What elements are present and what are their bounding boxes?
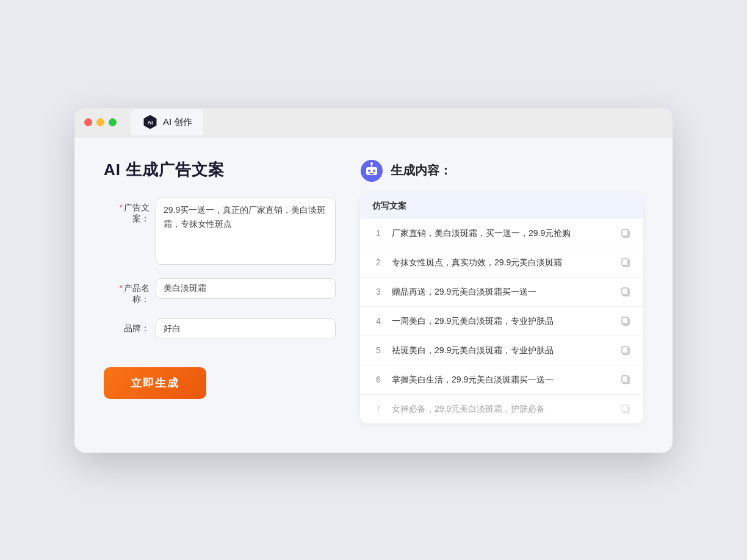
browser-window: AI AI 创作 AI 生成广告文案 *广告文案： *产品名称： (74, 108, 673, 453)
svg-point-7 (370, 162, 373, 165)
left-panel: AI 生成广告文案 *广告文案： *产品名称： 品牌： (104, 159, 336, 423)
row-text-4: 一周美白，29.9元美白淡斑霜，专业护肤品 (392, 315, 613, 328)
page-title: AI 生成广告文案 (104, 159, 336, 181)
required-star-2: * (120, 283, 123, 293)
traffic-lights (84, 118, 117, 126)
copy-icon-4[interactable] (620, 315, 631, 326)
maximize-button[interactable] (109, 118, 117, 126)
product-name-input[interactable] (156, 278, 336, 299)
copy-icon-5[interactable] (620, 345, 631, 356)
product-name-label: *产品名称： (104, 278, 156, 305)
required-star: * (120, 203, 123, 212)
right-title: 生成内容： (391, 162, 452, 179)
product-name-row: *产品名称： (104, 278, 336, 305)
brand-label: 品牌： (104, 318, 156, 334)
svg-rect-12 (622, 259, 628, 265)
svg-rect-20 (622, 376, 628, 382)
row-num-2: 2 (372, 257, 384, 267)
row-text-1: 厂家直销，美白淡斑霜，买一送一，29.9元抢购 (392, 227, 613, 240)
row-num-4: 4 (372, 316, 384, 326)
row-num-5: 5 (372, 345, 384, 355)
result-row-1: 1 厂家直销，美白淡斑霜，买一送一，29.9元抢购 (360, 219, 643, 248)
results-table: 仿写文案 1 厂家直销，美白淡斑霜，买一送一，29.9元抢购 2 专抹女性斑点，… (360, 193, 643, 423)
ad-copy-row: *广告文案： (104, 198, 336, 265)
minimize-button[interactable] (96, 118, 104, 126)
copy-icon-3[interactable] (620, 286, 631, 297)
ad-copy-label: *广告文案： (104, 198, 156, 224)
result-row-3: 3 赠品再送，29.9元美白淡斑霜买一送一 (360, 278, 643, 307)
row-text-2: 专抹女性斑点，真实功效，29.9元美白淡斑霜 (392, 256, 613, 269)
result-row-6: 6 掌握美白生活，29.9元美白淡斑霜买一送一 (360, 365, 643, 395)
copy-icon-7[interactable] (620, 403, 631, 414)
brand-row: 品牌： (104, 318, 336, 339)
row-text-6: 掌握美白生活，29.9元美白淡斑霜买一送一 (392, 373, 613, 386)
tab-label: AI 创作 (163, 117, 192, 128)
right-panel: 生成内容： 仿写文案 1 厂家直销，美白淡斑霜，买一送一，29.9元抢购 2 专… (360, 159, 643, 423)
result-row-7: 7 女神必备，29.9元美白淡斑霜，护肤必备 (360, 395, 643, 423)
ai-tab[interactable]: AI AI 创作 (131, 109, 203, 135)
generate-button[interactable]: 立即生成 (104, 367, 206, 399)
result-row-2: 2 专抹女性斑点，真实功效，29.9元美白淡斑霜 (360, 248, 643, 278)
results-column-header: 仿写文案 (360, 193, 643, 219)
brand-input[interactable] (156, 318, 336, 339)
main-content: AI 生成广告文案 *广告文案： *产品名称： 品牌： (74, 137, 673, 453)
results-header-area: 生成内容： (360, 159, 643, 182)
svg-rect-16 (622, 317, 628, 324)
robot-icon (360, 159, 383, 182)
row-text-5: 祛斑美白，29.9元美白淡斑霜，专业护肤品 (392, 344, 613, 357)
row-text-7: 女神必备，29.9元美白淡斑霜，护肤必备 (392, 403, 613, 415)
svg-point-4 (368, 170, 370, 172)
svg-rect-14 (622, 288, 628, 295)
copy-icon-6[interactable] (620, 374, 631, 385)
svg-text:AI: AI (148, 120, 153, 126)
close-button[interactable] (84, 118, 92, 126)
row-num-6: 6 (372, 375, 384, 384)
titlebar: AI AI 创作 (74, 108, 673, 137)
result-row-4: 4 一周美白，29.9元美白淡斑霜，专业护肤品 (360, 307, 643, 336)
ad-copy-input[interactable] (156, 198, 336, 265)
copy-icon-2[interactable] (620, 257, 631, 268)
svg-rect-8 (369, 173, 374, 174)
row-num-7: 7 (372, 404, 384, 414)
copy-icon-1[interactable] (620, 228, 631, 239)
row-num-3: 3 (372, 287, 384, 296)
result-row-5: 5 祛斑美白，29.9元美白淡斑霜，专业护肤品 (360, 336, 643, 365)
svg-rect-18 (622, 346, 628, 353)
svg-rect-22 (622, 405, 628, 412)
ai-logo-icon: AI (142, 114, 158, 130)
svg-point-5 (373, 170, 375, 172)
row-text-3: 赠品再送，29.9元美白淡斑霜买一送一 (392, 285, 613, 298)
row-num-1: 1 (372, 228, 384, 238)
svg-rect-10 (622, 229, 628, 236)
